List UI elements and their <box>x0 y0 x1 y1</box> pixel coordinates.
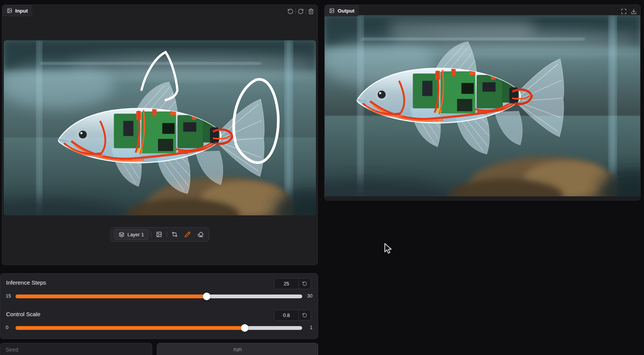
control-scale-input[interactable] <box>274 312 298 318</box>
control-scale-min-label: 0 <box>6 325 8 330</box>
seed-label: Seed <box>6 347 18 353</box>
layer-label: Layer 1 <box>128 232 144 237</box>
output-tab: Output <box>325 5 359 16</box>
control-scale-label: Control Scale <box>6 311 40 317</box>
divider <box>167 232 167 237</box>
undo-icon <box>287 8 293 14</box>
output-image-scene <box>325 15 640 196</box>
control-scale-reset-button[interactable] <box>298 310 311 320</box>
undo-button[interactable] <box>285 6 295 16</box>
crop-tool-button[interactable] <box>169 229 180 240</box>
eraser-icon <box>198 231 204 237</box>
download-button[interactable] <box>629 6 639 16</box>
clear-canvas-button[interactable] <box>306 6 316 16</box>
output-image <box>325 15 640 196</box>
output-panel: Output <box>324 5 641 201</box>
inference-steps-slider-row: 15 30 <box>0 293 318 300</box>
control-scale-slider-handle[interactable] <box>241 324 249 332</box>
inference-steps-value-box <box>274 278 311 289</box>
input-image-scene <box>4 40 316 215</box>
input-tab: Input <box>2 5 32 16</box>
brush-icon <box>185 231 191 237</box>
crop-icon <box>172 231 178 237</box>
inference-steps-slider-handle[interactable] <box>203 293 210 300</box>
inference-steps-max-label: 30 <box>307 293 312 299</box>
divider <box>151 232 151 237</box>
layers-icon <box>119 232 124 237</box>
redo-button[interactable] <box>296 6 306 16</box>
reset-icon <box>302 281 307 286</box>
editor-actions <box>285 6 316 16</box>
download-icon <box>631 8 637 14</box>
layer-toolbar: Layer 1 <box>110 227 209 242</box>
inference-steps-min-label: 15 <box>6 293 11 299</box>
image-tool-button[interactable] <box>154 229 164 240</box>
inference-steps-slider-fill <box>16 295 207 298</box>
parameters-panel: Inference Steps 15 30 Control Scale <box>0 273 318 339</box>
output-actions <box>619 6 639 16</box>
app-page: Input <box>0 0 644 355</box>
layer-selector-button[interactable]: Layer 1 <box>114 229 149 240</box>
reset-icon <box>302 313 307 318</box>
image-icon <box>156 231 162 237</box>
control-scale-value-box <box>274 310 311 321</box>
redo-icon <box>298 8 304 14</box>
seed-field[interactable]: Seed <box>0 343 152 355</box>
inference-steps-label: Inference Steps <box>6 279 46 286</box>
control-scale-slider-row: 0 1 <box>0 324 318 332</box>
input-tab-label: Input <box>15 8 28 14</box>
image-icon <box>329 8 335 13</box>
inference-steps-input[interactable] <box>274 281 298 287</box>
control-scale-max-label: 1 <box>310 325 312 330</box>
trash-icon <box>308 8 314 14</box>
input-editor-panel: Input <box>2 5 318 265</box>
control-scale-slider-track[interactable] <box>16 326 302 330</box>
fullscreen-icon <box>621 8 627 14</box>
brush-tool-button[interactable] <box>182 229 193 240</box>
eraser-tool-button[interactable] <box>195 229 206 240</box>
inference-steps-reset-button[interactable] <box>298 279 311 289</box>
control-scale-slider-fill <box>16 326 245 330</box>
run-button[interactable]: run <box>157 343 318 355</box>
inference-steps-slider-track[interactable] <box>16 295 302 298</box>
output-tab-label: Output <box>338 8 354 14</box>
input-image-canvas[interactable] <box>4 40 316 215</box>
image-icon <box>7 8 12 13</box>
fullscreen-button[interactable] <box>619 6 629 16</box>
cursor-pointer <box>383 243 393 255</box>
